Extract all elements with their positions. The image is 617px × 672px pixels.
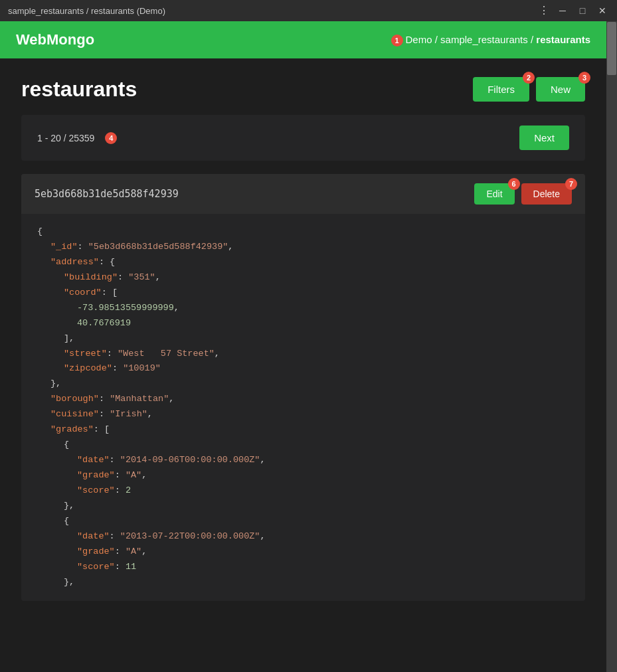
pagination-info: 1 - 20 / 25359 4 bbox=[37, 132, 117, 144]
filters-button[interactable]: Filters 2 bbox=[473, 77, 529, 102]
pagination-bar: 1 - 20 / 25359 4 Next bbox=[21, 115, 585, 161]
edit-badge: 6 bbox=[508, 178, 520, 190]
document-actions: Edit 6 Delete 7 bbox=[474, 183, 572, 205]
json-grade1-score: "score": 2 bbox=[37, 483, 569, 499]
json-street: "street": "West 57 Street", bbox=[37, 347, 569, 362]
breadcrumb-badge: 1 bbox=[391, 35, 403, 46]
new-button[interactable]: New 3 bbox=[536, 77, 585, 102]
pagination-badge: 4 bbox=[105, 132, 117, 144]
json-grade1-date: "date": "2014-09-06T00:00:00.000Z", bbox=[37, 453, 569, 468]
json-coord-close: ], bbox=[37, 331, 569, 347]
json-grade1-close: }, bbox=[37, 499, 569, 514]
json-borough: "borough": "Manhattan", bbox=[37, 392, 569, 407]
filters-label: Filters bbox=[487, 84, 515, 95]
app-logo: WebMongo bbox=[16, 31, 94, 48]
new-badge: 3 bbox=[578, 72, 590, 84]
json-address-key: "address": { bbox=[37, 255, 569, 270]
json-grade2-date: "date": "2013-07-22T00:00:00.000Z", bbox=[37, 529, 569, 545]
restore-button[interactable]: □ bbox=[576, 5, 589, 16]
scrollbar-track[interactable] bbox=[606, 21, 617, 672]
json-grade2-close: }, bbox=[37, 575, 569, 590]
titlebar-controls: ⋮ ─ □ ✕ bbox=[539, 4, 609, 17]
scrollbar-thumb[interactable] bbox=[607, 22, 616, 75]
breadcrumb: 1Demo / sample_restaurants / restaurants bbox=[391, 34, 590, 46]
titlebar-title: sample_restaurants / restaurants (Demo) bbox=[8, 6, 165, 16]
json-id-line: "_id": "5eb3d668b31de5d588f42939", bbox=[37, 240, 569, 255]
edit-label: Edit bbox=[486, 189, 502, 199]
filters-badge: 2 bbox=[523, 72, 535, 84]
menu-icon[interactable]: ⋮ bbox=[539, 4, 549, 17]
json-cuisine: "cuisine": "Irish", bbox=[37, 407, 569, 422]
json-grade2-grade: "grade": "A", bbox=[37, 545, 569, 560]
page-header: restaurants Filters 2 New 3 bbox=[21, 77, 585, 102]
titlebar: sample_restaurants / restaurants (Demo) … bbox=[0, 0, 617, 21]
document-body: { "_id": "5eb3d668b31de5d588f42939", "ad… bbox=[21, 214, 585, 601]
pagination-text: 1 - 20 / 25359 bbox=[37, 133, 94, 143]
header: WebMongo 1Demo / sample_restaurants / re… bbox=[0, 21, 617, 58]
next-button[interactable]: Next bbox=[519, 126, 569, 150]
page-title: restaurants bbox=[21, 77, 137, 102]
delete-button[interactable]: Delete 7 bbox=[521, 183, 572, 205]
json-grades-key: "grades": [ bbox=[37, 422, 569, 438]
delete-label: Delete bbox=[533, 189, 560, 199]
main-content: restaurants Filters 2 New 3 1 - 20 / 253… bbox=[0, 58, 606, 620]
document-header: 5eb3d668b31de5d588f42939 Edit 6 Delete 7 bbox=[21, 174, 585, 214]
breadcrumb-current: restaurants bbox=[536, 34, 590, 45]
edit-button[interactable]: Edit 6 bbox=[474, 183, 514, 205]
json-grade1-open: { bbox=[37, 438, 569, 453]
json-zipcode: "zipcode": "10019" bbox=[37, 361, 569, 377]
minimize-button[interactable]: ─ bbox=[556, 5, 569, 16]
delete-badge: 7 bbox=[565, 178, 577, 190]
json-building: "building": "351", bbox=[37, 270, 569, 286]
json-coord-lng: -73.98513559999999, bbox=[37, 301, 569, 316]
json-coord-key: "coord": [ bbox=[37, 286, 569, 301]
json-grade2-score: "score": 11 bbox=[37, 560, 569, 575]
close-button[interactable]: ✕ bbox=[596, 5, 609, 16]
breadcrumb-prefix: Demo / sample_restaurants / bbox=[406, 34, 537, 45]
json-grade1-grade: "grade": "A", bbox=[37, 468, 569, 483]
new-label: New bbox=[551, 84, 571, 95]
document-card: 5eb3d668b31de5d588f42939 Edit 6 Delete 7… bbox=[21, 174, 585, 601]
action-buttons: Filters 2 New 3 bbox=[473, 77, 585, 102]
json-open-brace: { bbox=[37, 224, 569, 240]
json-address-close: }, bbox=[37, 377, 569, 392]
json-coord-lat: 40.7676919 bbox=[37, 316, 569, 331]
json-grade2-open: { bbox=[37, 514, 569, 529]
document-id: 5eb3d668b31de5d588f42939 bbox=[35, 188, 179, 200]
next-label: Next bbox=[534, 132, 555, 143]
